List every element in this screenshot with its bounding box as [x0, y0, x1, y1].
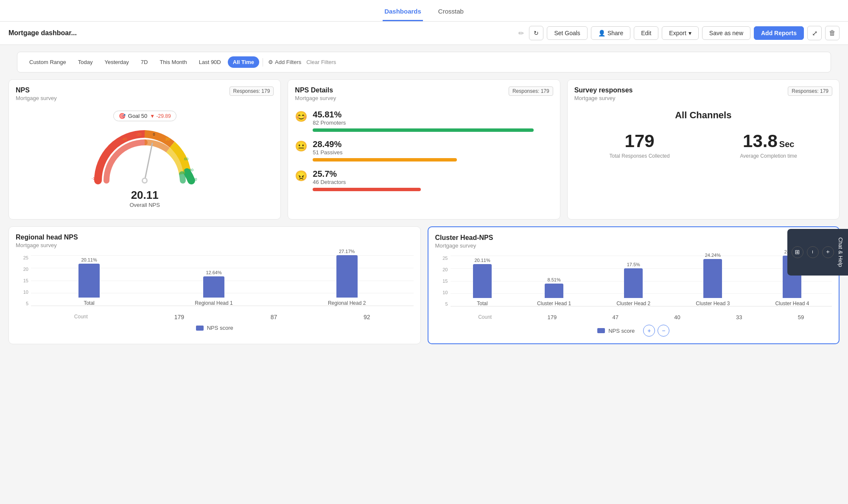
export-button[interactable]: Export ▾	[662, 26, 698, 40]
regional-bars: 20.11% Total 12.64% Regional Head 1 27.1…	[31, 255, 414, 306]
filter-bar: Custom Range Today Yesterday 7D This Mon…	[17, 52, 831, 72]
svg-text:-80: -80	[100, 160, 105, 164]
cluster-bar-ch1-bar	[545, 284, 563, 298]
nps-details-title: NPS Details	[295, 86, 336, 94]
filter-icon: ⚙	[268, 59, 273, 65]
svg-text:40: 40	[176, 145, 180, 150]
cluster-legend-box	[597, 328, 605, 333]
filter-custom-range[interactable]: Custom Range	[24, 56, 71, 68]
filter-this-month[interactable]: This Month	[154, 56, 192, 68]
chat-help-label: Chat & Help	[837, 237, 844, 267]
regional-legend: NPS score	[16, 325, 414, 331]
survey-card: Survey responses Mortgage survey Respons…	[567, 79, 840, 220]
nps-subtitle: Mortgage survey	[16, 95, 57, 101]
passive-bar	[313, 158, 457, 162]
filter-7d[interactable]: 7D	[136, 56, 153, 68]
svg-text:-100: -100	[92, 176, 99, 181]
add-reports-button[interactable]: Add Reports	[754, 26, 804, 40]
cluster-count-total: 179	[548, 314, 557, 320]
dashboard-content: Custom Range Today Yesterday 7D This Mon…	[0, 52, 848, 353]
nps-details-items: 😊 45.81% 82 Promoters 😐 28.49% 51 Passiv…	[295, 106, 553, 202]
delete-button[interactable]: 🗑	[825, 26, 840, 40]
regional-bar-rh1: 12.64% Regional Head 1	[195, 270, 232, 306]
avg-time-stat: 13.8 Sec Average Completion time	[740, 131, 798, 159]
svg-text:-20: -20	[136, 132, 142, 136]
header-actions: ↻ Set Goals 👤 Share Edit Export ▾ Save a…	[529, 26, 840, 40]
legend-label: NPS score	[207, 325, 233, 331]
cluster-subtitle: Mortgage survey	[435, 242, 493, 249]
total-responses-stat: 179 Total Responses Collected	[610, 131, 670, 159]
svg-text:100: 100	[191, 177, 197, 181]
cluster-bar-ch1: 8.51% Cluster Head 1	[537, 277, 571, 306]
detractor-emoji: 😠	[295, 170, 308, 182]
nps-card: NPS Mortgage survey Responses: 179 🎯 Goa…	[8, 79, 281, 220]
survey-card-header: Survey responses Mortgage survey Respons…	[574, 86, 832, 101]
cluster-bar-total-bar	[473, 264, 492, 298]
chat-table-icon[interactable]: ⊞	[792, 246, 803, 258]
nps-card-header: NPS Mortgage survey Responses: 179	[16, 86, 274, 101]
cluster-bar-ch3-bar	[703, 259, 722, 298]
nps-title: NPS	[16, 86, 57, 94]
detractors-item: 😠 25.7% 46 Detractors	[295, 169, 553, 191]
bottom-row: Regional head NPS Mortgage survey 25 20 …	[8, 226, 840, 344]
cluster-zoom-out-button[interactable]: −	[658, 325, 669, 337]
share-icon: 👤	[598, 30, 605, 36]
regional-bar-rh2: 27.17% Regional Head 2	[328, 249, 366, 306]
chat-zoom-in-icon[interactable]: +	[822, 246, 834, 258]
add-filters-button[interactable]: ⚙ Add Filters	[268, 59, 301, 65]
gauge-container: 🎯 Goal 50 ▼ -29.89	[16, 106, 274, 212]
passive-pct: 28.49%	[313, 139, 553, 149]
edit-title-icon[interactable]: ✏	[518, 29, 524, 37]
set-goals-button[interactable]: Set Goals	[547, 26, 587, 40]
refresh-button[interactable]: ↻	[529, 26, 543, 40]
legend-box	[196, 326, 204, 331]
promoter-bar	[313, 128, 534, 132]
chat-zoom-out-icon[interactable]: −	[807, 246, 819, 258]
regional-nps-card: Regional head NPS Mortgage survey 25 20 …	[8, 226, 421, 344]
detractor-info: 25.7% 46 Detractors	[313, 169, 553, 191]
regional-counts: Count 179 87 92	[16, 314, 414, 320]
chat-help-button[interactable]: Chat & Help + − ⊞	[787, 228, 848, 275]
clear-filters-button[interactable]: Clear Filters	[306, 59, 336, 65]
fullscreen-button[interactable]: ⤢	[807, 26, 822, 40]
filter-last-90d[interactable]: Last 90D	[194, 56, 226, 68]
nps-value: 20.11	[131, 189, 159, 202]
avg-time-unit: Sec	[779, 139, 795, 149]
save-as-new-button[interactable]: Save as new	[702, 26, 750, 40]
promoters-item: 😊 45.81% 82 Promoters	[295, 110, 553, 132]
edit-button[interactable]: Edit	[634, 26, 658, 40]
passive-info: 28.49% 51 Passives	[313, 139, 553, 162]
passives-item: 😐 28.49% 51 Passives	[295, 139, 553, 162]
filter-yesterday[interactable]: Yesterday	[99, 56, 134, 68]
svg-text:0: 0	[153, 132, 155, 136]
regional-count-total: 179	[174, 314, 184, 320]
trash-icon: 🗑	[829, 29, 836, 37]
regional-bar-rh2-bar	[336, 255, 358, 298]
regional-header: Regional head NPS Mortgage survey	[16, 234, 414, 248]
nps-overall-label: Overall NPS	[129, 202, 160, 208]
cluster-zoom-in-button[interactable]: +	[643, 325, 655, 337]
svg-text:60: 60	[184, 157, 188, 161]
detractor-bar	[313, 188, 421, 191]
nps-details-responses-badge: Responses: 179	[509, 86, 553, 96]
cluster-bar-ch2-bar	[624, 268, 643, 298]
survey-title: Survey responses	[574, 86, 633, 94]
cluster-bar-total: 20.11% Total	[473, 258, 492, 306]
cluster-header: Cluster Head-NPS Mortgage survey	[435, 234, 832, 249]
total-responses-value: 179	[610, 131, 670, 151]
goal-badge: 🎯 Goal 50 ▼ -29.89	[113, 111, 176, 121]
cluster-bar-ch2: 17.5% Cluster Head 2	[616, 262, 650, 306]
filter-today[interactable]: Today	[73, 56, 98, 68]
promoter-emoji: 😊	[295, 111, 308, 123]
cluster-zoom-controls: + −	[643, 325, 669, 337]
share-button[interactable]: 👤 Share	[591, 26, 630, 40]
cluster-yaxis: 25 20 15 10 5	[435, 256, 448, 306]
passive-label: 51 Passives	[313, 149, 553, 156]
cluster-legend-label: NPS score	[608, 328, 635, 334]
tab-crosstab[interactable]: Crosstab	[437, 4, 465, 21]
nps-details-header: NPS Details Mortgage survey Responses: 1…	[295, 86, 553, 101]
regional-yaxis: 25 20 15 10 5	[16, 255, 28, 306]
tab-dashboards[interactable]: Dashboards	[383, 4, 423, 21]
cluster-title: Cluster Head-NPS	[435, 234, 493, 242]
filter-all-time[interactable]: All Time	[228, 56, 259, 68]
